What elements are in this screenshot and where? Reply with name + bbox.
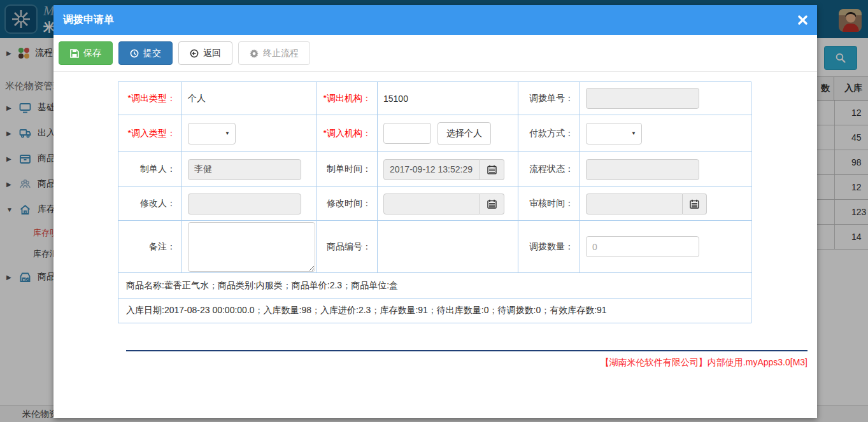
creator-input xyxy=(188,159,301,180)
calendar-icon[interactable] xyxy=(683,193,707,215)
submit-button-label: 提交 xyxy=(143,48,161,59)
save-button[interactable]: 保存 xyxy=(59,41,113,65)
transfer-no-input xyxy=(586,88,699,109)
submit-button[interactable]: 提交 xyxy=(118,41,173,65)
clock-icon xyxy=(130,49,139,58)
flow-status-label: 流程状态： xyxy=(518,152,580,187)
modifier-input xyxy=(188,193,301,215)
out-type-label: *调出类型： xyxy=(118,82,182,115)
terminate-button-label: 终止流程 xyxy=(263,48,299,59)
in-type-select[interactable]: ▼ xyxy=(188,123,236,144)
close-icon xyxy=(798,15,808,25)
save-button-label: 保存 xyxy=(83,48,101,59)
flow-status-input xyxy=(586,159,699,180)
product-no-label: 商品编号： xyxy=(317,221,378,273)
audit-time-label: 审核时间： xyxy=(518,187,580,221)
out-org-value: 15100 xyxy=(383,94,408,104)
creator-label: 制单人： xyxy=(118,152,182,187)
in-org-input[interactable] xyxy=(383,123,431,144)
calendar-icon[interactable] xyxy=(480,193,504,215)
remark-label: 备注： xyxy=(118,221,182,273)
back-button[interactable]: 返回 xyxy=(178,41,232,65)
transfer-form: *调出类型： 个人 *调出机构： 15100 调拨单号： *调入类型： ▼ *调… xyxy=(118,81,751,323)
transfer-qty-input[interactable] xyxy=(586,236,699,257)
modal-footer: 【湖南米伦软件有限公司】内部使用.myApps3.0[M3] xyxy=(126,350,808,369)
arrow-left-circle-icon xyxy=(190,49,199,58)
gear-icon xyxy=(250,49,259,58)
save-icon xyxy=(70,49,79,58)
pay-method-label: 付款方式： xyxy=(518,115,580,152)
in-type-label: *调入类型： xyxy=(118,115,182,152)
pay-method-select[interactable]: ▼ xyxy=(586,123,642,144)
modal-header: 调拨申请单 xyxy=(53,5,817,35)
modifier-label: 修改人： xyxy=(118,187,182,221)
audit-time-input xyxy=(586,193,683,215)
choose-person-button[interactable]: 选择个人 xyxy=(438,122,491,145)
transfer-qty-label: 调拨数量： xyxy=(518,221,580,273)
product-info-line: 商品名称:藿香正气水；商品类别:内服类；商品单价:2.3；商品单位:盒 xyxy=(118,273,751,299)
caret-down-icon: ▼ xyxy=(225,130,230,136)
modal-title: 调拨申请单 xyxy=(63,13,114,27)
terminate-process-button[interactable]: 终止流程 xyxy=(238,41,310,65)
company-footer-text: 【湖南米伦软件有限公司】内部使用.myApps3.0[M3] xyxy=(601,357,808,367)
create-time-input xyxy=(383,159,480,180)
product-no-value xyxy=(378,221,518,273)
transfer-request-modal: 调拨申请单 保存 提交 xyxy=(53,5,817,418)
calendar-icon[interactable] xyxy=(480,159,504,180)
in-org-label: *调入机构： xyxy=(317,115,378,152)
transfer-no-label: 调拨单号： xyxy=(518,82,580,115)
out-org-label: *调出机构： xyxy=(317,82,378,115)
stock-info-line: 入库日期:2017-08-23 00:00:00.0；入库数量:98；入库进价:… xyxy=(118,299,751,323)
create-time-label: 制单时间： xyxy=(317,152,378,187)
modal-body: *调出类型： 个人 *调出机构： 15100 调拨单号： *调入类型： ▼ *调… xyxy=(53,72,817,369)
modify-time-label: 修改时间： xyxy=(317,187,378,221)
close-button[interactable] xyxy=(798,15,808,25)
modify-time-input xyxy=(383,193,480,215)
caret-down-icon: ▼ xyxy=(631,130,636,136)
remark-textarea[interactable] xyxy=(188,222,315,272)
modal-toolbar: 保存 提交 返回 终止流程 xyxy=(53,35,817,72)
out-type-value: 个人 xyxy=(188,93,206,104)
back-button-label: 返回 xyxy=(203,48,221,59)
